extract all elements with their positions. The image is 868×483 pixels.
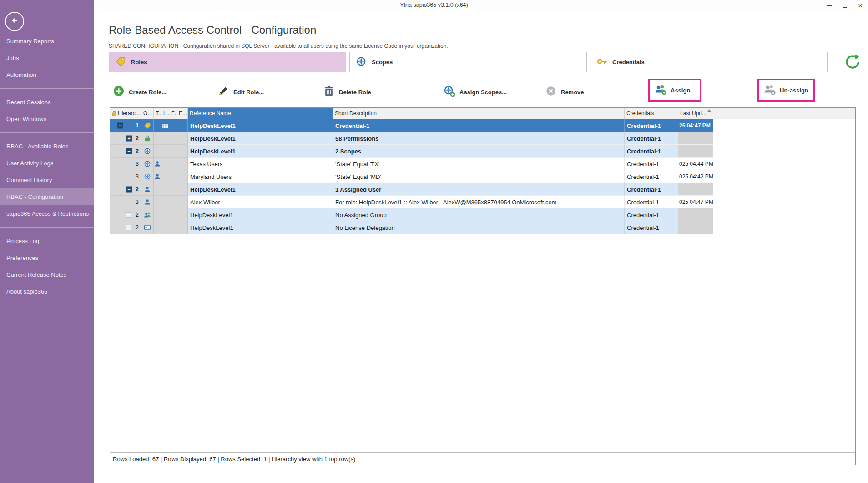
close-button[interactable]: ×	[858, 0, 863, 11]
column-header-credentials[interactable]: Credentials	[625, 108, 678, 119]
column-header-t[interactable]: T...	[154, 108, 161, 119]
expand-icon[interactable]: +	[126, 135, 132, 141]
table-row[interactable]: 3Alex WilberFor role: HelpDeskLevel1 :: …	[110, 196, 855, 208]
last-updated-cell	[678, 208, 713, 221]
row-lock-cell	[110, 208, 116, 221]
sidebar-item-jobs[interactable]: Jobs	[0, 50, 94, 66]
sidebar-item-process-log[interactable]: Process Log	[0, 233, 94, 249]
table-row[interactable]: −2HelpDeskLevel12 ScopesCredential-1	[110, 145, 855, 158]
table-row[interactable]: 2HelpDeskLevel1No License DelegationCred…	[110, 221, 855, 234]
row-filler-cell	[713, 196, 855, 208]
l-cell	[161, 208, 169, 221]
user-icon	[144, 198, 151, 206]
sidebar-item-preferences[interactable]: Preferences	[0, 249, 94, 266]
maximize-button[interactable]	[843, 0, 847, 11]
unassign-button[interactable]: Un-assign	[757, 79, 815, 102]
tab-credentials[interactable]: Credentials	[590, 52, 828, 72]
tab-scopes[interactable]: Scopes	[349, 52, 587, 72]
page-title: Role-Based Access Control - Configuratio…	[109, 24, 316, 36]
column-header-o[interactable]: O...	[141, 108, 154, 119]
type-cell	[154, 208, 161, 221]
reference-name-cell: Alex Wilber	[188, 196, 333, 208]
table-row[interactable]: 2HelpDeskLevel1No Assigned GroupCredenti…	[110, 208, 855, 221]
assign-scopes-label: Assign Scopes...	[459, 89, 507, 96]
sidebar-item-summary-reports[interactable]: Summary Reports	[0, 33, 94, 50]
l-cell	[161, 158, 169, 170]
table-row[interactable]: 3Texas Users'State' Equal 'TX'Credential…	[110, 158, 855, 170]
refresh-button[interactable]	[844, 54, 861, 70]
maximize-icon	[843, 4, 847, 8]
sidebar-item-automation[interactable]: Automation	[0, 66, 94, 83]
unassign-label: Un-assign	[780, 87, 808, 94]
object-type-cell	[141, 119, 154, 132]
object-type-cell	[141, 208, 154, 221]
column-header-short-description[interactable]: Short Description	[333, 108, 625, 119]
lock-column-header[interactable]	[110, 108, 116, 119]
minimize-button[interactable]	[827, 0, 832, 11]
sidebar-item-rbac-configuration[interactable]: RBAC - Configuration	[0, 188, 94, 205]
tab-roles[interactable]: Roles	[109, 52, 346, 72]
type-cell	[154, 221, 161, 234]
row-checkbox[interactable]	[126, 225, 131, 230]
tab-scopes-label: Scopes	[372, 59, 393, 66]
minimize-icon	[827, 5, 832, 6]
scope-icon	[356, 56, 367, 69]
e2-cell	[177, 158, 188, 170]
credentials-cell: Credential-1	[625, 196, 678, 208]
sidebar-item-user-activity-logs[interactable]: User Activity Logs	[0, 155, 94, 172]
back-button[interactable]	[5, 12, 24, 31]
collapse-icon[interactable]: −	[126, 186, 132, 192]
column-header-e1[interactable]: E...	[169, 108, 177, 119]
short-description-cell: For role: HelpDeskLevel1 :: Alex Wilber …	[333, 196, 625, 208]
grid-header: Hierarc... O... T... L... E... E... Refe…	[110, 108, 855, 119]
column-header-reference-name[interactable]: Reference Name	[188, 108, 333, 119]
grid-empty-area	[110, 234, 855, 452]
delete-role-button[interactable]: Delete Role	[323, 82, 371, 102]
tag-icon	[115, 56, 126, 69]
column-header-last-updated[interactable]: Last Upd...	[678, 108, 713, 119]
table-row[interactable]: −1HelpDeskLevel1Credential-1Credential-1…	[110, 119, 855, 132]
column-header-hierarchy[interactable]: Hierarc...	[116, 108, 141, 119]
sidebar-item-about-sapio365[interactable]: About sapio365	[0, 283, 94, 300]
column-header-e2[interactable]: E...	[177, 108, 188, 119]
create-role-button[interactable]: Create Role...	[113, 82, 167, 102]
create-plus-icon	[113, 85, 125, 99]
e1-cell	[169, 221, 177, 234]
sidebar-item-sapio365-access-restrictions[interactable]: sapio365 Access & Restrictions	[0, 205, 94, 222]
window-title: Ytria sapio365 v3.1.0 (x64)	[400, 2, 468, 8]
table-row[interactable]: +2HelpDeskLevel158 PermissionsCredential…	[110, 132, 855, 145]
assign-button[interactable]: Assign...	[648, 79, 701, 102]
sidebar-item-current-release-notes[interactable]: Current Release Notes	[0, 266, 94, 283]
sidebar-item-comment-history[interactable]: Comment History	[0, 172, 94, 188]
short-description-cell: 58 Permissions	[333, 132, 625, 145]
e1-cell	[169, 183, 177, 196]
object-type-cell	[141, 132, 154, 145]
credentials-cell: Credential-1	[625, 158, 678, 170]
collapse-icon[interactable]: −	[117, 122, 123, 128]
grid-icon	[161, 122, 169, 129]
last-updated-cell	[678, 132, 713, 145]
assign-scopes-button[interactable]: Assign Scopes...	[444, 82, 507, 102]
divider	[0, 227, 94, 228]
remove-button[interactable]: Remove	[545, 82, 584, 102]
refresh-icon	[844, 64, 861, 71]
hierarchy-cell: 3	[116, 170, 141, 183]
column-header-l[interactable]: L...	[161, 108, 169, 119]
table-row[interactable]: −2HelpDeskLevel11 Assigned UserCredentia…	[110, 183, 855, 196]
collapse-icon[interactable]: −	[126, 148, 132, 154]
table-row[interactable]: 3Maryland Users'State' Equal 'MD'Credent…	[110, 170, 855, 183]
row-checkbox[interactable]	[126, 212, 131, 218]
sidebar-item-recent-sessions[interactable]: Recent Sessions	[0, 94, 94, 111]
edit-role-button[interactable]: Edit Role...	[217, 82, 264, 102]
last-updated-cell: 025 04:44 PM	[678, 158, 713, 170]
type-cell	[154, 196, 161, 208]
row-filler-cell	[713, 208, 855, 221]
hierarchy-level: 2	[136, 135, 139, 142]
sidebar-item-rbac-available-roles[interactable]: RBAC - Available Roles	[0, 138, 94, 155]
sidebar-item-open-windows[interactable]: Open Windows	[0, 111, 94, 127]
tab-bar: Roles Scopes Credentials	[109, 52, 828, 72]
reference-name-cell: HelpDeskLevel1	[188, 132, 333, 145]
row-filler-cell	[713, 221, 855, 234]
l-cell	[161, 183, 169, 196]
reference-name-cell: Maryland Users	[188, 170, 333, 183]
